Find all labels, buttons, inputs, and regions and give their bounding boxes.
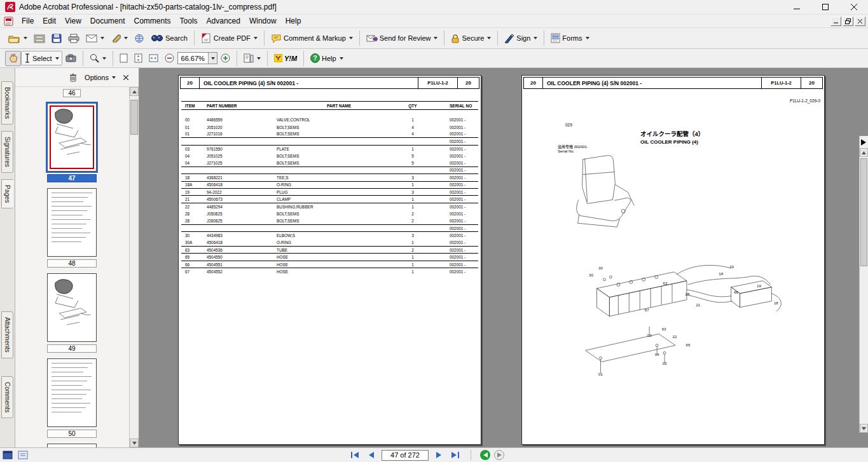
doc-minimize-button[interactable]: [830, 17, 841, 26]
zoom-level-combo[interactable]: 66.67%: [177, 52, 217, 64]
thumbnail-image-48[interactable]: [47, 188, 97, 257]
organizer-button[interactable]: [31, 31, 48, 46]
document-scrollbar[interactable]: [859, 136, 868, 433]
send-for-review-dropdown-icon[interactable]: [434, 37, 437, 39]
help-dropdown-icon[interactable]: [340, 57, 343, 60]
thumbnail-image-47[interactable]: [47, 103, 97, 172]
comment-markup-button[interactable]: Comment & Markup: [268, 31, 356, 46]
sidebar-tab-pages[interactable]: Pages: [1, 179, 13, 208]
pane-grabber-button[interactable]: [860, 137, 867, 147]
select-dropdown-icon[interactable]: [55, 57, 59, 60]
thumbnail-page-50[interactable]: 50: [47, 358, 97, 444]
sidebar-tab-signatures[interactable]: Signatures: [1, 131, 13, 173]
thumbnail-image-49[interactable]: [47, 273, 97, 342]
thumbnail-label-48[interactable]: 48: [47, 259, 97, 268]
attach-dropdown-icon[interactable]: [124, 37, 128, 39]
panel-scroll-thumb[interactable]: [130, 100, 138, 135]
forms-button[interactable]: Forms: [548, 31, 592, 46]
menu-file[interactable]: File: [17, 15, 38, 27]
menu-tools[interactable]: Tools: [176, 15, 202, 27]
maximize-button[interactable]: [811, 0, 839, 14]
panel-scroll-up-button[interactable]: [130, 87, 139, 96]
sign-dropdown-icon[interactable]: [534, 37, 537, 39]
hand-tool-button[interactable]: [5, 51, 21, 66]
forms-dropdown-icon[interactable]: [586, 37, 589, 39]
zoom-combo-dropdown[interactable]: [208, 53, 217, 64]
doc-close-button[interactable]: [855, 17, 865, 26]
next-view-button[interactable]: [494, 450, 504, 460]
cell-item: 18: [181, 175, 207, 180]
close-panel-button[interactable]: [123, 75, 128, 80]
forms-label: Forms: [562, 34, 582, 42]
pages-panel-scrollbar[interactable]: [129, 87, 139, 447]
last-page-button[interactable]: [449, 449, 462, 461]
email-dropdown-icon[interactable]: [100, 37, 104, 39]
zoom-out-button[interactable]: [162, 51, 177, 65]
page-number-field[interactable]: [382, 450, 429, 461]
previous-view-button[interactable]: [480, 450, 490, 460]
page-display-button[interactable]: [240, 51, 264, 65]
comment-markup-dropdown-icon[interactable]: [349, 37, 353, 39]
menu-edit[interactable]: Edit: [38, 15, 60, 27]
save-button[interactable]: [48, 31, 65, 46]
next-page-button[interactable]: [432, 449, 445, 461]
thumbnail-label-49[interactable]: 49: [47, 344, 97, 353]
scroll-down-button[interactable]: [860, 424, 868, 433]
thumbnail-page-48[interactable]: 48: [47, 188, 97, 273]
previous-page-button[interactable]: [365, 449, 378, 461]
actual-size-button[interactable]: [116, 51, 131, 65]
send-for-review-button[interactable]: Send for Review: [363, 31, 441, 45]
options-menu-button[interactable]: Options: [85, 74, 116, 81]
review-tracker-button[interactable]: [131, 31, 148, 46]
open-dropdown-icon[interactable]: [24, 37, 27, 39]
scroll-thumb[interactable]: [860, 158, 867, 266]
email-button[interactable]: [83, 32, 107, 45]
sidebar-tab-comments[interactable]: Comments: [1, 376, 13, 418]
sidebar-tab-bookmarks[interactable]: Bookmarks: [1, 81, 13, 125]
page-display-dropdown-icon[interactable]: [257, 57, 261, 60]
minimize-button[interactable]: [782, 0, 811, 14]
sign-button[interactable]: Sign: [501, 31, 541, 46]
zoom-tool-button[interactable]: [86, 51, 109, 65]
print-button[interactable]: [65, 31, 83, 46]
menu-advanced[interactable]: Advanced: [202, 15, 245, 27]
thumbnail-page-47[interactable]: 47: [47, 103, 97, 188]
create-pdf-button[interactable]: Create PDF: [198, 31, 261, 46]
thumbnail-label-50[interactable]: 50: [47, 430, 97, 438]
menu-document[interactable]: Document: [86, 15, 130, 27]
thumbnail-image-50[interactable]: [47, 358, 97, 427]
thumbnail-label-46[interactable]: 46: [63, 89, 81, 97]
scroll-up-button[interactable]: [860, 148, 868, 157]
close-button[interactable]: [839, 0, 868, 14]
select-tool-button[interactable]: Select: [21, 51, 62, 65]
secure-dropdown-icon[interactable]: [487, 37, 491, 39]
window-layout-status-button[interactable]: [18, 450, 28, 462]
help-button[interactable]: ? Help: [307, 51, 347, 65]
menu-comments[interactable]: Comments: [130, 15, 176, 27]
open-button[interactable]: [5, 31, 31, 46]
thumbnail-page-49[interactable]: 49: [47, 273, 97, 358]
menu-view[interactable]: View: [60, 15, 86, 27]
doc-restore-button[interactable]: [843, 17, 853, 26]
delete-pages-button[interactable]: [69, 73, 77, 82]
fit-page-button[interactable]: [131, 51, 146, 65]
thumbnail-label-47[interactable]: 47: [47, 174, 97, 182]
first-page-button[interactable]: [348, 449, 361, 461]
menu-window[interactable]: Window: [245, 15, 281, 27]
snapshot-tool-button[interactable]: [62, 51, 79, 65]
document-area[interactable]: 20 OIL COOLER PIPING (4) S/N 002001 - P1…: [141, 68, 859, 447]
yim-button[interactable]: Y!M: [271, 51, 300, 65]
fit-width-button[interactable]: [146, 51, 162, 65]
sidebar-tab-attachments[interactable]: Attachments: [1, 311, 13, 358]
create-pdf-dropdown-icon[interactable]: [254, 37, 258, 39]
page-layout-status-button[interactable]: [3, 450, 13, 462]
attach-file-button[interactable]: [107, 31, 131, 46]
menu-help[interactable]: Help: [281, 15, 306, 27]
header-page-number-right: 20: [457, 78, 479, 88]
zoom-in-button[interactable]: [217, 51, 233, 65]
search-button[interactable]: Search: [148, 31, 191, 45]
panel-scroll-down-button[interactable]: [130, 438, 139, 447]
secure-button[interactable]: Secure: [448, 31, 494, 46]
zoom-dropdown-icon[interactable]: [102, 57, 106, 60]
view-toolbar: Select 66.67%: [0, 49, 868, 68]
